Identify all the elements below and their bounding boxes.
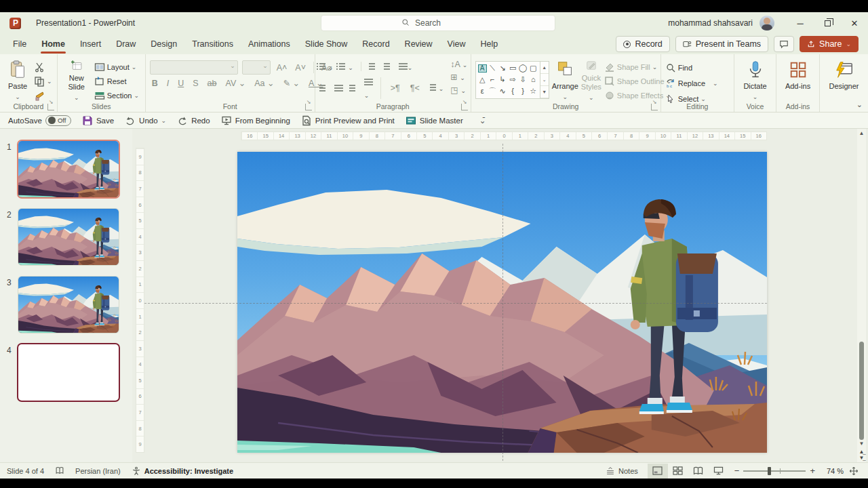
comments-button[interactable] [774,36,794,52]
normal-view-button[interactable] [648,464,668,479]
search-input[interactable]: Search [321,15,555,31]
shadow-button[interactable]: S [191,79,200,88]
slideshow-view-button[interactable] [709,464,729,479]
slide-thumbnail-2[interactable] [18,209,119,265]
shape-fill-button[interactable]: Shape Fill⌄ [604,61,663,73]
shape-outline-button[interactable]: Shape Outline⌄ [604,75,663,87]
decrease-indent-button[interactable] [369,60,378,73]
scrollbar-track[interactable] [857,138,866,439]
tab-animations[interactable]: Animations [242,35,296,53]
freeform-shape[interactable]: ⌂ [531,76,536,83]
shrink-font-button[interactable]: A˅ [293,63,308,73]
previous-slide-button[interactable]: ▲̲ [859,449,865,455]
addins-button[interactable]: Add-ins [781,57,815,101]
numbering-button[interactable]: ⌄ [339,60,353,73]
tab-help[interactable]: Help [474,35,504,53]
qat-overflow-button[interactable]: ⌄̄ [479,116,486,125]
vertical-guide[interactable] [502,144,503,461]
autosave-toggle[interactable]: AutoSave Off [8,115,71,126]
vertical-ruler[interactable]: 9876543210123456789 [136,148,144,453]
quick-styles-button[interactable]: Quick Styles⌄ [581,57,601,101]
triangle-shape[interactable]: △ [479,76,485,83]
section-button[interactable]: Section⌄ [94,89,139,101]
new-slide-button[interactable]: New Slide⌄ [62,57,92,101]
bold-button[interactable]: B [150,79,160,88]
next-slide-button[interactable]: ▼̲ [859,455,865,461]
font-size-combobox[interactable] [242,60,271,75]
record-button[interactable]: Record [616,36,669,52]
fit-to-window-button[interactable] [844,464,864,479]
down-arrow-shape[interactable]: ⇩ [520,76,526,83]
from-beginning-button[interactable]: From Beginning [221,115,290,126]
font-name-combobox[interactable] [150,60,238,75]
arrange-button[interactable]: Arrange⌄ [552,57,578,101]
rectangle-shape[interactable]: ▭ [509,64,516,72]
align-text-button[interactable]: ⊞ ⌄ [448,72,469,82]
collapse-ribbon-chevron[interactable]: ⌄ [856,100,863,109]
tab-review[interactable]: Review [399,35,439,53]
zoom-in-button[interactable]: + [810,466,815,476]
accessibility-checker[interactable]: Accessibility: Investigate [132,466,233,476]
tab-insert[interactable]: Insert [74,35,107,53]
paragraph-dialog-launcher[interactable] [461,104,468,110]
undo-button[interactable]: Undo⌄ [125,115,166,126]
change-case-button[interactable]: Aa ⌄ [252,78,276,88]
italic-button[interactable]: I [165,79,171,88]
tab-transitions[interactable]: Transitions [186,35,239,53]
increase-indent-button[interactable] [384,60,393,73]
slide-thumbnail-3[interactable] [18,277,119,333]
paste-button[interactable]: Paste⌄ [4,57,31,101]
tab-draw[interactable]: Draw [110,35,142,53]
slide-sorter-view-button[interactable] [668,464,688,479]
language-indicator[interactable]: Persian (Iran) [75,467,121,475]
character-spacing-button[interactable]: AV ⌄ [224,78,248,88]
slide-thumbnail-4[interactable] [18,344,119,401]
rounded-rectangle-shape[interactable]: ▢ [530,64,536,72]
zoom-slider[interactable]: − + [734,466,815,476]
text-direction-button[interactable]: ↕A ⌄ [448,60,469,69]
minimize-button[interactable]: ─ [787,12,814,34]
justify-button[interactable]: ⌄ [364,76,373,100]
slide-thumbnail-1[interactable] [18,141,119,197]
elbow-arrow-shape[interactable]: ↳ [500,76,506,83]
ltr-direction-button[interactable]: >¶ [389,83,402,93]
zoom-slider-thumb[interactable] [768,467,771,475]
tab-record[interactable]: Record [356,35,395,53]
scroll-down-arrow[interactable]: ▼ [859,439,865,449]
find-button[interactable]: Find [665,62,718,73]
scroll-up-arrow[interactable]: ▲ [859,129,865,138]
shape-gallery-scroll[interactable]: ▲⌄▼ [540,62,549,98]
share-button[interactable]: Share⌄ [800,36,859,52]
zoom-out-button[interactable]: − [734,466,740,476]
columns-button[interactable]: ⌄ [428,83,446,93]
right-arrow-shape[interactable]: ⇨ [510,76,516,83]
align-left-button[interactable] [319,82,328,94]
horizontal-guide[interactable] [144,303,767,304]
bullets-button[interactable]: ⌄ [319,60,334,73]
replace-button[interactable]: b c Replace⌄ [665,78,718,89]
zoom-level[interactable]: 74 % [821,467,844,475]
convert-smartart-button[interactable]: ◳ ⌄ [448,85,469,95]
layout-button[interactable]: Layout⌄ [94,61,139,73]
slide-master-button[interactable]: Slide Master [406,115,463,126]
drawing-dialog-launcher[interactable] [651,104,658,110]
close-button[interactable]: ✕ [841,12,868,34]
clipboard-dialog-launcher[interactable] [47,104,54,110]
spell-check-button[interactable] [55,466,64,475]
designer-button[interactable]: Designer [826,57,863,101]
left-brace-shape[interactable]: { [511,87,514,95]
horizontal-ruler[interactable]: 1615141312111098765432101234567891011121… [241,131,767,140]
scrollbar-thumb[interactable] [859,342,864,440]
font-dialog-launcher[interactable] [305,104,312,110]
rtl-direction-button[interactable]: ¶< [408,83,422,93]
tab-slide-show[interactable]: Slide Show [299,35,354,53]
arc-shape[interactable]: ⌒ [489,87,496,95]
user-avatar[interactable] [760,16,774,30]
restore-button[interactable] [814,12,841,34]
tab-home[interactable]: Home [35,35,71,53]
vertical-scrollbar[interactable]: ▲ ▼ ▲̲ ▼̲ [857,129,866,462]
dictate-button[interactable]: Dictate⌄ [738,57,772,101]
reset-button[interactable]: Reset [94,75,139,87]
arrow-line-shape[interactable]: ↘ [500,64,506,72]
curve-shape[interactable]: ∿ [500,87,506,95]
